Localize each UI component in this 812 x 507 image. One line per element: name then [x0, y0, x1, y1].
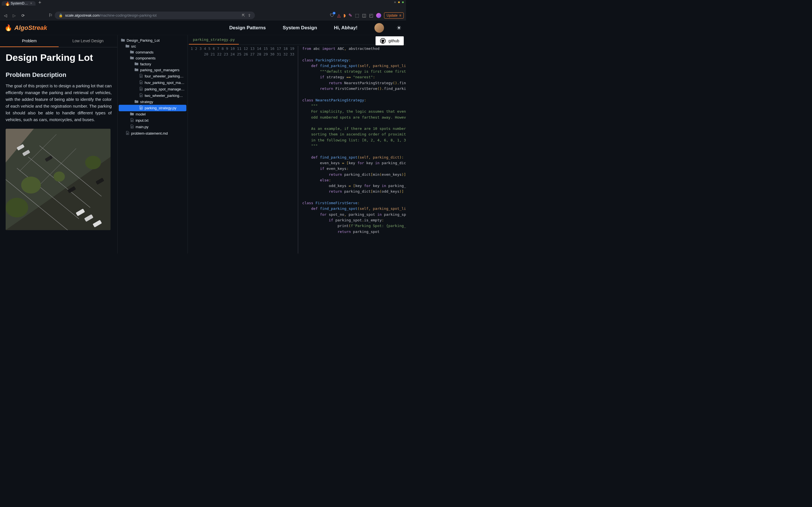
folder-item[interactable]: src [119, 43, 186, 49]
flame-icon: 🔥 [5, 1, 9, 5]
file-item[interactable]: parking_spot_manager.... [119, 86, 186, 93]
file-icon [125, 131, 130, 136]
tree-item-label: problem-statement.md [131, 131, 168, 135]
problem-panel: Problem Low Level Design Design Parking … [0, 35, 117, 253]
github-icon [380, 38, 386, 44]
file-icon [139, 80, 143, 85]
url-path: /machine-coding/design-parking-lot [100, 13, 156, 17]
shield-icon[interactable]: 🛡 [330, 13, 335, 18]
file-icon [139, 106, 143, 110]
share-icon[interactable]: ⇪ [248, 13, 251, 17]
tree-item-label: strategy [140, 100, 153, 104]
folder-item[interactable]: model [119, 111, 186, 117]
reload-button[interactable]: ⟳ [20, 12, 27, 19]
url-host: scale.algostreak.com [65, 13, 100, 17]
sidepanel-icon[interactable]: ◫ [362, 13, 366, 18]
back-button[interactable]: ◁ [2, 12, 9, 19]
folder-item[interactable]: components [119, 55, 186, 61]
file-icon [139, 74, 143, 78]
tree-item-label: huv_parking_spot_man... [145, 80, 185, 85]
bookmark-icon[interactable]: ⚐ [49, 13, 52, 18]
file-item[interactable]: huv_parking_spot_man... [119, 79, 186, 86]
code-content[interactable]: from abc import ABC, abstractmethod clas… [298, 46, 406, 253]
folder-icon [121, 38, 125, 43]
problem-section-heading: Problem Description [6, 71, 112, 78]
file-item[interactable]: parking_strategy.py [119, 105, 186, 111]
file-item[interactable]: input.txt [119, 117, 186, 124]
folder-icon [135, 100, 139, 104]
browser-tab-strip: 🔥 SystemDesign × + [0, 0, 406, 10]
folder-item[interactable]: Design_Parking_Lot [119, 38, 186, 43]
folder-icon [130, 112, 134, 116]
file-item[interactable]: main.py [119, 124, 186, 130]
tree-item-label: Design_Parking_Lot [126, 38, 160, 43]
tab-lld[interactable]: Low Level Design [59, 35, 117, 47]
folder-item[interactable]: factory [119, 61, 186, 67]
new-tab-button[interactable]: + [36, 0, 44, 6]
nav-system-design[interactable]: System Design [283, 25, 317, 31]
tab-title: SystemDesign [11, 1, 29, 5]
problem-description: The goal of this project is to design a … [6, 82, 112, 123]
tree-item-label: model [136, 112, 146, 116]
file-item[interactable]: problem-statement.md [119, 130, 186, 136]
file-icon [139, 87, 143, 92]
tree-item-label: two_wheeler_parking_s... [145, 94, 185, 98]
browser-tab[interactable]: 🔥 SystemDesign × [2, 1, 36, 6]
folder-icon [135, 62, 139, 66]
svg-point-11 [54, 172, 65, 182]
tree-item-label: main.py [136, 125, 149, 129]
tree-item-label: four_wheeler_parking_s... [145, 74, 185, 78]
tree-item-label: input.txt [136, 118, 149, 122]
logo[interactable]: 🔥 AlgoStreak [4, 24, 47, 32]
logo-text: AlgoStreak [14, 24, 47, 32]
brave-icon[interactable]: ◬ [337, 13, 341, 18]
tree-item-label: factory [140, 62, 151, 66]
user-avatar[interactable] [374, 23, 384, 33]
wallet-icon[interactable]: ◰ [369, 13, 373, 18]
folder-item[interactable]: commands [119, 49, 186, 55]
close-icon[interactable]: × [30, 1, 32, 5]
lock-icon: 🔒 [59, 13, 63, 17]
folder-icon [125, 44, 130, 48]
app-header: 🔥 AlgoStreak Design Patterns System Desi… [0, 20, 406, 35]
folder-item[interactable]: parking_spot_managers [119, 67, 186, 73]
svg-point-9 [21, 177, 41, 193]
svg-point-12 [85, 156, 101, 169]
svg-point-10 [6, 198, 28, 217]
file-icon [130, 118, 134, 123]
greeting: Hi, Abhay! [334, 25, 357, 31]
tree-item-label: parking_spot_manager.... [145, 87, 185, 91]
ext-icon-2[interactable]: ✎ [349, 13, 352, 18]
theme-toggle-icon[interactable]: ☀ [396, 24, 402, 31]
nav-design-patterns[interactable]: Design Patterns [229, 25, 266, 31]
folder-item[interactable]: strategy [119, 99, 186, 105]
window-controls [394, 1, 404, 3]
tree-item-label: parking_spot_managers [140, 68, 179, 72]
line-gutter: 1 2 3 4 5 6 7 8 9 10 11 12 13 14 15 16 1… [188, 46, 298, 253]
folder-icon [135, 68, 139, 72]
forward-button[interactable]: ▷ [11, 12, 17, 19]
file-item[interactable]: two_wheeler_parking_s... [119, 93, 186, 99]
tab-problem[interactable]: Problem [0, 35, 59, 47]
code-editor: parking_strategy.py github 1 2 3 4 5 6 7… [188, 35, 406, 253]
problem-title: Design Parking Lot [6, 52, 112, 63]
folder-icon [130, 50, 134, 54]
extensions-icon[interactable]: ⬚ [355, 13, 359, 18]
flame-icon: 🔥 [4, 24, 12, 32]
file-item[interactable]: four_wheeler_parking_s... [119, 73, 186, 79]
tree-item-label: commands [136, 50, 154, 54]
address-bar[interactable]: 🔒 scale.algostreak.com/machine-coding/de… [55, 11, 255, 19]
ext-icon-1[interactable]: ◗ [343, 13, 346, 18]
profile-avatar[interactable] [376, 13, 381, 18]
folder-icon [130, 56, 134, 60]
file-icon [139, 93, 143, 98]
problem-image [6, 129, 110, 230]
tree-item-label: parking_strategy.py [145, 106, 176, 110]
github-label: github [389, 39, 399, 43]
github-button[interactable]: github [375, 36, 404, 45]
file-tree: Design_Parking_Lotsrccommandscomponentsf… [117, 35, 188, 253]
open-external-icon[interactable]: ⇱ [242, 13, 245, 17]
editor-tab-active[interactable]: parking_strategy.py [189, 35, 239, 45]
file-icon [130, 124, 134, 129]
update-button[interactable]: Update ≡ [384, 12, 404, 18]
